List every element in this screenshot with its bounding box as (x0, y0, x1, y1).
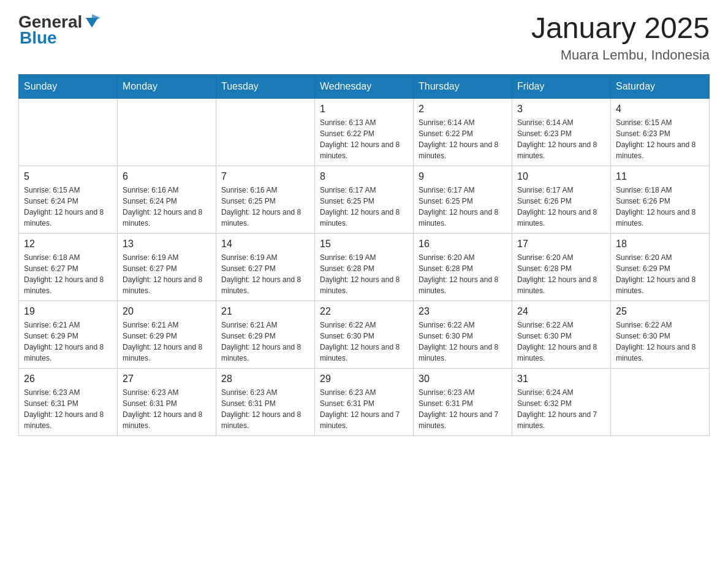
header-sunday: Sunday (19, 74, 118, 98)
day-number: 19 (24, 306, 112, 317)
day-info: Sunrise: 6:17 AMSunset: 6:25 PMDaylight:… (419, 185, 507, 229)
table-row: 28Sunrise: 6:23 AMSunset: 6:31 PMDayligh… (216, 368, 315, 435)
calendar-week-row: 5Sunrise: 6:15 AMSunset: 6:24 PMDaylight… (19, 166, 710, 233)
table-row: 17Sunrise: 6:20 AMSunset: 6:28 PMDayligh… (512, 233, 611, 301)
day-number: 16 (419, 239, 507, 250)
header-saturday: Saturday (611, 74, 710, 98)
day-info: Sunrise: 6:23 AMSunset: 6:31 PMDaylight:… (24, 387, 112, 431)
day-number: 13 (123, 239, 211, 250)
day-number: 14 (221, 239, 309, 250)
day-info: Sunrise: 6:20 AMSunset: 6:29 PMDaylight:… (616, 252, 704, 296)
table-row: 15Sunrise: 6:19 AMSunset: 6:28 PMDayligh… (315, 233, 414, 301)
logo-icon (83, 13, 100, 30)
day-number: 10 (517, 171, 605, 182)
day-info: Sunrise: 6:23 AMSunset: 6:31 PMDaylight:… (123, 387, 211, 431)
calendar-table: Sunday Monday Tuesday Wednesday Thursday… (18, 74, 710, 436)
day-info: Sunrise: 6:18 AMSunset: 6:27 PMDaylight:… (24, 252, 112, 296)
table-row: 23Sunrise: 6:22 AMSunset: 6:30 PMDayligh… (414, 301, 512, 368)
table-row: 31Sunrise: 6:24 AMSunset: 6:32 PMDayligh… (512, 368, 611, 435)
table-row: 12Sunrise: 6:18 AMSunset: 6:27 PMDayligh… (19, 233, 118, 301)
header-tuesday: Tuesday (216, 74, 315, 98)
day-info: Sunrise: 6:22 AMSunset: 6:30 PMDaylight:… (517, 320, 605, 364)
day-info: Sunrise: 6:23 AMSunset: 6:31 PMDaylight:… (419, 387, 507, 431)
table-row (118, 98, 216, 166)
table-row: 14Sunrise: 6:19 AMSunset: 6:27 PMDayligh… (216, 233, 315, 301)
day-info: Sunrise: 6:22 AMSunset: 6:30 PMDaylight:… (419, 320, 507, 364)
table-row: 5Sunrise: 6:15 AMSunset: 6:24 PMDaylight… (19, 166, 118, 233)
day-number: 9 (419, 171, 507, 182)
day-number: 6 (123, 171, 211, 182)
day-number: 20 (123, 306, 211, 317)
page-header: General Blue January 2025 Muara Lembu, I… (18, 12, 710, 63)
day-number: 24 (517, 306, 605, 317)
table-row: 10Sunrise: 6:17 AMSunset: 6:26 PMDayligh… (512, 166, 611, 233)
day-info: Sunrise: 6:19 AMSunset: 6:28 PMDaylight:… (320, 252, 408, 296)
day-number: 18 (616, 239, 704, 250)
day-number: 1 (320, 104, 408, 115)
table-row: 21Sunrise: 6:21 AMSunset: 6:29 PMDayligh… (216, 301, 315, 368)
table-row: 27Sunrise: 6:23 AMSunset: 6:31 PMDayligh… (118, 368, 216, 435)
day-info: Sunrise: 6:23 AMSunset: 6:31 PMDaylight:… (221, 387, 309, 431)
day-number: 17 (517, 239, 605, 250)
day-number: 30 (419, 373, 507, 385)
calendar-title: January 2025 (531, 12, 710, 45)
header-monday: Monday (118, 74, 216, 98)
day-number: 26 (24, 373, 112, 385)
day-info: Sunrise: 6:16 AMSunset: 6:24 PMDaylight:… (123, 185, 211, 229)
table-row: 30Sunrise: 6:23 AMSunset: 6:31 PMDayligh… (414, 368, 512, 435)
day-info: Sunrise: 6:20 AMSunset: 6:28 PMDaylight:… (419, 252, 507, 296)
table-row (611, 368, 710, 435)
calendar-week-row: 12Sunrise: 6:18 AMSunset: 6:27 PMDayligh… (19, 233, 710, 301)
table-row: 25Sunrise: 6:22 AMSunset: 6:30 PMDayligh… (611, 301, 710, 368)
day-number: 3 (517, 104, 605, 115)
table-row: 29Sunrise: 6:23 AMSunset: 6:31 PMDayligh… (315, 368, 414, 435)
day-number: 27 (123, 373, 211, 385)
day-info: Sunrise: 6:21 AMSunset: 6:29 PMDaylight:… (123, 320, 211, 364)
table-row (216, 98, 315, 166)
header-thursday: Thursday (414, 74, 512, 98)
table-row: 7Sunrise: 6:16 AMSunset: 6:25 PMDaylight… (216, 166, 315, 233)
day-info: Sunrise: 6:22 AMSunset: 6:30 PMDaylight:… (616, 320, 704, 364)
table-row: 9Sunrise: 6:17 AMSunset: 6:25 PMDaylight… (414, 166, 512, 233)
table-row: 19Sunrise: 6:21 AMSunset: 6:29 PMDayligh… (19, 301, 118, 368)
table-row: 24Sunrise: 6:22 AMSunset: 6:30 PMDayligh… (512, 301, 611, 368)
table-row: 11Sunrise: 6:18 AMSunset: 6:26 PMDayligh… (611, 166, 710, 233)
logo: General Blue (18, 12, 100, 48)
day-info: Sunrise: 6:21 AMSunset: 6:29 PMDaylight:… (24, 320, 112, 364)
table-row: 8Sunrise: 6:17 AMSunset: 6:25 PMDaylight… (315, 166, 414, 233)
day-info: Sunrise: 6:18 AMSunset: 6:26 PMDaylight:… (616, 185, 704, 229)
day-info: Sunrise: 6:19 AMSunset: 6:27 PMDaylight:… (123, 252, 211, 296)
day-info: Sunrise: 6:19 AMSunset: 6:27 PMDaylight:… (221, 252, 309, 296)
day-info: Sunrise: 6:17 AMSunset: 6:26 PMDaylight:… (517, 185, 605, 229)
header-friday: Friday (512, 74, 611, 98)
day-number: 12 (24, 239, 112, 250)
day-info: Sunrise: 6:15 AMSunset: 6:23 PMDaylight:… (616, 117, 704, 161)
title-section: January 2025 Muara Lembu, Indonesia (531, 12, 710, 63)
table-row: 26Sunrise: 6:23 AMSunset: 6:31 PMDayligh… (19, 368, 118, 435)
day-info: Sunrise: 6:22 AMSunset: 6:30 PMDaylight:… (320, 320, 408, 364)
day-info: Sunrise: 6:21 AMSunset: 6:29 PMDaylight:… (221, 320, 309, 364)
calendar-header-row: Sunday Monday Tuesday Wednesday Thursday… (19, 74, 710, 98)
day-number: 7 (221, 171, 309, 182)
day-number: 25 (616, 306, 704, 317)
calendar-subtitle: Muara Lembu, Indonesia (531, 47, 710, 63)
table-row: 3Sunrise: 6:14 AMSunset: 6:23 PMDaylight… (512, 98, 611, 166)
day-number: 21 (221, 306, 309, 317)
day-number: 15 (320, 239, 408, 250)
table-row: 2Sunrise: 6:14 AMSunset: 6:22 PMDaylight… (414, 98, 512, 166)
day-number: 22 (320, 306, 408, 317)
day-number: 4 (616, 104, 704, 115)
day-number: 29 (320, 373, 408, 385)
calendar-week-row: 19Sunrise: 6:21 AMSunset: 6:29 PMDayligh… (19, 301, 710, 368)
day-info: Sunrise: 6:24 AMSunset: 6:32 PMDaylight:… (517, 387, 605, 431)
header-wednesday: Wednesday (315, 74, 414, 98)
table-row: 6Sunrise: 6:16 AMSunset: 6:24 PMDaylight… (118, 166, 216, 233)
calendar-week-row: 1Sunrise: 6:13 AMSunset: 6:22 PMDaylight… (19, 98, 710, 166)
day-info: Sunrise: 6:17 AMSunset: 6:25 PMDaylight:… (320, 185, 408, 229)
day-number: 28 (221, 373, 309, 385)
table-row: 4Sunrise: 6:15 AMSunset: 6:23 PMDaylight… (611, 98, 710, 166)
day-number: 11 (616, 171, 704, 182)
table-row: 1Sunrise: 6:13 AMSunset: 6:22 PMDaylight… (315, 98, 414, 166)
table-row: 18Sunrise: 6:20 AMSunset: 6:29 PMDayligh… (611, 233, 710, 301)
logo-text-blue: Blue (20, 28, 57, 48)
